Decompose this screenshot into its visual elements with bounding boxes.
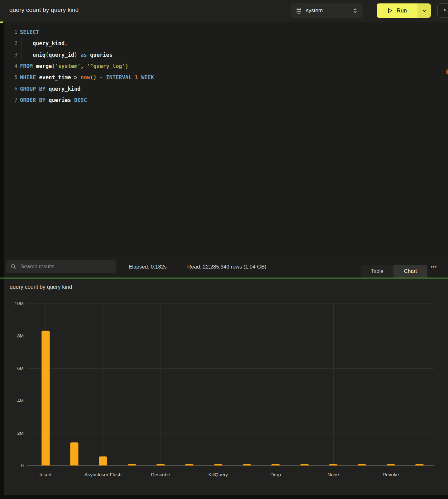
x-axis-tick-label: Describe (132, 472, 188, 477)
x-gridline (333, 303, 334, 466)
run-options-button[interactable] (417, 3, 431, 18)
x-axis-tick-label: AsyncInsertFlush (75, 472, 131, 477)
run-progress-marker (0, 22, 3, 23)
format-query-button[interactable] (437, 3, 448, 18)
top-bar: query count by query kind system (0, 0, 448, 22)
play-icon (387, 8, 393, 13)
x-gridline (391, 303, 391, 466)
bar-unlabeled-3[interactable] (128, 464, 136, 466)
x-gridline (276, 303, 276, 466)
overview-ruler-marker (446, 70, 448, 74)
sql-editor[interactable]: 1234567 SELECT query_kind, uniq(query_id… (4, 23, 448, 258)
search-input[interactable] (20, 263, 112, 270)
chart-title: query count by query kind (10, 284, 72, 290)
bar-unlabeled-7[interactable] (243, 464, 251, 466)
database-selector[interactable]: system (291, 3, 363, 18)
y-axis-tick-label: 10M (8, 301, 24, 306)
y-gridline (27, 368, 434, 369)
bar-unlabeled-9[interactable] (300, 464, 309, 466)
y-axis-tick-label: 6M (8, 366, 24, 371)
bar-Describe[interactable] (156, 464, 165, 466)
x-gridline (218, 303, 218, 466)
x-axis-tick-label: None (305, 472, 361, 477)
x-axis-tick-label: Insert (17, 472, 74, 477)
y-axis-tick-label: 4M (8, 398, 24, 403)
line-number: 6 (4, 83, 17, 94)
bar-unlabeled-5[interactable] (185, 464, 193, 466)
tab-table[interactable]: Table (361, 265, 393, 278)
bar-Insert[interactable] (41, 331, 50, 466)
code-line[interactable]: uniq(query_id) as queries (20, 49, 154, 61)
bottom-edge (0, 495, 448, 499)
x-axis-tick-label: Drop (248, 472, 304, 477)
bar-Revoke[interactable] (387, 464, 395, 466)
sparkles-icon (442, 7, 448, 14)
editor-code[interactable]: SELECT query_kind, uniq(query_id) as que… (20, 27, 154, 106)
line-number: 7 (4, 94, 17, 106)
chevron-down-icon (422, 9, 427, 12)
search-icon (11, 264, 16, 269)
bar-unlabeled-13[interactable] (415, 464, 424, 466)
bar-unlabeled-1[interactable] (70, 442, 79, 466)
bar-KillQuery[interactable] (214, 464, 222, 466)
chart-panel: query count by query kind 02M4M6M8M10MIn… (4, 279, 448, 495)
elapsed-stat: Elapsed: 0.182s (129, 264, 167, 270)
y-gridline (27, 303, 434, 304)
x-axis-line (27, 465, 434, 466)
sql-console: query count by query kind system (0, 0, 448, 499)
results-view-toggle: Table Chart (361, 265, 427, 278)
y-gridline (27, 401, 434, 401)
bar-chart: 02M4M6M8M10MInsertAsyncInsertFlushDescri… (27, 303, 434, 466)
run-button-label: Run (397, 7, 407, 14)
results-toolbar: Elapsed: 0.182s Read: 22,285,349 rows (1… (4, 258, 448, 278)
y-axis-tick-label: 8M (8, 333, 24, 338)
tab-chart[interactable]: Chart (393, 265, 427, 278)
code-line[interactable]: ORDER BY queries DESC (20, 94, 154, 106)
run-button-group: Run (377, 3, 431, 18)
bar-AsyncInsertFlush[interactable] (99, 456, 107, 466)
database-selector-value: system (306, 7, 349, 14)
bar-None[interactable] (329, 464, 337, 466)
line-number: 1 (4, 27, 17, 38)
editor-gutter: 1234567 (4, 27, 17, 106)
more-options-button[interactable]: ••• (431, 264, 437, 270)
line-number: 3 (4, 49, 17, 61)
code-line[interactable]: FROM merge('system', '^query_log') (20, 61, 154, 72)
code-line[interactable]: WHERE event_time > now() - INTERVAL 1 WE… (20, 72, 154, 83)
read-stat: Read: 22,285,349 rows (1.04 GB) (187, 264, 266, 270)
y-axis-tick-label: 0 (8, 463, 24, 468)
results-divider (0, 278, 448, 279)
database-icon (296, 7, 302, 14)
x-gridline (103, 303, 103, 466)
y-axis-tick-label: 2M (8, 430, 24, 436)
code-line[interactable]: SELECT (20, 27, 154, 38)
code-line[interactable]: GROUP BY query_kind (20, 83, 154, 94)
query-title: query count by query kind (9, 7, 79, 13)
code-line[interactable]: query_kind, (20, 38, 154, 49)
line-number: 5 (4, 72, 17, 83)
x-axis-tick-label: Revoke (363, 472, 419, 477)
bar-Drop[interactable] (271, 464, 280, 466)
y-gridline (27, 433, 434, 434)
left-edge (0, 23, 4, 499)
chevron-up-down-icon (353, 8, 358, 13)
run-button[interactable]: Run (377, 3, 417, 18)
y-gridline (27, 336, 434, 336)
line-number: 2 (4, 38, 17, 49)
search-box (6, 260, 116, 273)
bar-unlabeled-11[interactable] (358, 464, 366, 466)
x-axis-tick-label: KillQuery (190, 472, 246, 477)
line-number: 4 (4, 61, 17, 72)
x-gridline (160, 303, 161, 466)
